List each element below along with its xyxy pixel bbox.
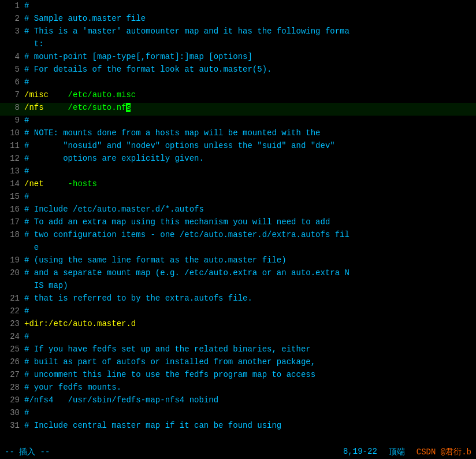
editor-line: 2# Sample auto.master file [0, 14, 476, 27]
line-content: # [24, 408, 474, 417]
editor-line: 21# that is referred to by the extra.aut… [0, 294, 476, 306]
line-content: # (using the same line format as the aut… [24, 256, 474, 265]
editor-line: 11# "nosuid" and "nodev" options unless … [0, 141, 476, 154]
line-number: 27 [2, 370, 20, 379]
editor-line: 17# To add an extra map using this mecha… [0, 217, 476, 230]
line-number: 2 [2, 14, 20, 23]
editor-line: 26# built as part of autofs or installed… [0, 357, 476, 370]
editor-line: 31# Include central master map if it can… [0, 421, 476, 434]
line-content: # Include /etc/auto.master.d/*.autofs [24, 205, 474, 214]
line-content: # your fedfs mounts. [24, 383, 474, 392]
editor-line: 15# [0, 192, 476, 205]
status-bar: -- 插入 -- 8,19-22 顶端 CSDN @君衍.b [0, 445, 476, 459]
line-number: 15 [2, 192, 20, 201]
line-number: 8 [2, 103, 20, 112]
editor-line: 22# [0, 306, 476, 319]
editor-line: 27# uncomment this line to use the fedfs… [0, 370, 476, 383]
line-number: 4 [2, 52, 20, 61]
line-content: # built as part of autofs or installed f… [24, 357, 474, 367]
line-number: 16 [2, 205, 20, 214]
editor-line-continuation: t: [0, 39, 476, 52]
line-number: 3 [2, 27, 20, 36]
line-number: 7 [2, 90, 20, 99]
line-number: 6 [2, 77, 20, 87]
editor-line: 10# NOTE: mounts done from a hosts map w… [0, 128, 476, 141]
line-number: 13 [2, 166, 20, 176]
line-content: # uncomment this line to use the fedfs p… [24, 370, 474, 379]
line-content: +dir:/etc/auto.master.d [24, 319, 474, 328]
line-number: 29 [2, 395, 20, 405]
line-number: 30 [2, 408, 20, 417]
line-number: 5 [2, 65, 20, 74]
editor-line: 24# [0, 332, 476, 345]
line-number: 20 [2, 268, 20, 277]
editor-line: 16# Include /etc/auto.master.d/*.autofs [0, 205, 476, 217]
editor-line: 8/nfs /etc/suto.nfs [0, 103, 476, 116]
editor-line: 23+dir:/etc/auto.master.d [0, 319, 476, 332]
editor-line: 7/misc /etc/auto.misc [0, 90, 476, 103]
editor-line: 29#/nfs4 /usr/sbin/fedfs-map-nfs4 nobind [0, 395, 476, 408]
line-number: 21 [2, 294, 20, 303]
line-number: 12 [2, 154, 20, 163]
line-content: # that is referred to by the extra.autof… [24, 294, 474, 303]
line-number: 10 [2, 128, 20, 138]
line-number: 23 [2, 319, 20, 328]
editor-line: 6# [0, 77, 476, 90]
editor-line-continuation: e [0, 243, 476, 256]
line-number: 24 [2, 332, 20, 341]
line-content: # mount-point [map-type[,format]:]map [o… [24, 52, 474, 61]
line-number: 18 [2, 230, 20, 239]
line-content: # [24, 332, 474, 341]
line-number: 22 [2, 306, 20, 316]
line-content: # Sample auto.master file [24, 14, 474, 23]
line-number: 28 [2, 383, 20, 392]
editor-line: 18# two configuration items - one /etc/a… [0, 230, 476, 243]
line-content: # Include central master map if it can b… [24, 421, 474, 430]
editor-line: 12# options are explicitly given. [0, 154, 476, 166]
line-number: 14 [2, 179, 20, 188]
editor-line: 13# [0, 166, 476, 179]
editor-line: 4# mount-point [map-type[,format]:]map [… [0, 52, 476, 65]
editor-line: 25# If you have fedfs set up and the rel… [0, 345, 476, 357]
editor-area: 1#2# Sample auto.master file3# This is a… [0, 0, 476, 445]
line-content: # options are explicitly given. [24, 154, 474, 163]
line-content: # [24, 1, 474, 10]
line-content: # two configuration items - one /etc/aut… [24, 230, 474, 239]
cursor-position: 8,19-22 [343, 447, 377, 457]
editor-line: 14/net -hosts [0, 179, 476, 192]
line-content: # To add an extra map using this mechani… [24, 217, 474, 227]
line-content: /net -hosts [24, 179, 474, 188]
line-content: # "nosuid" and "nodev" options unless th… [24, 141, 474, 150]
line-content: # [24, 166, 474, 176]
line-content: # If you have fedfs set up and the relat… [24, 345, 474, 354]
line-number: 9 [2, 116, 20, 125]
vim-mode: -- 插入 -- [5, 447, 50, 457]
line-content: # [24, 77, 474, 87]
line-content: # [24, 192, 474, 201]
line-content: # This is a 'master' automounter map and… [24, 27, 474, 36]
line-content-continued: IS map) [24, 281, 474, 290]
line-content: # [24, 116, 474, 125]
editor-line: 30# [0, 408, 476, 421]
brand-label: CSDN @君衍.b [416, 447, 471, 457]
editor-line-continuation: IS map) [0, 281, 476, 294]
line-number: 17 [2, 217, 20, 227]
scroll-position: 顶端 [389, 447, 405, 457]
line-content: /nfs /etc/suto.nfs [24, 103, 474, 112]
line-content: # and a separate mount map (e.g. /etc/au… [24, 268, 474, 277]
editor-line: 9# [0, 116, 476, 128]
line-content: #/nfs4 /usr/sbin/fedfs-map-nfs4 nobind [24, 395, 474, 405]
line-content: # NOTE: mounts done from a hosts map wil… [24, 128, 474, 138]
editor-line: 28# your fedfs mounts. [0, 383, 476, 395]
line-content: # [24, 306, 474, 316]
line-content-continued: t: [24, 39, 474, 49]
editor-line: 20# and a separate mount map (e.g. /etc/… [0, 268, 476, 281]
line-content: # For details of the format look at auto… [24, 65, 474, 74]
line-content: /misc /etc/auto.misc [24, 90, 474, 99]
editor-line: 3# This is a 'master' automounter map an… [0, 27, 476, 39]
line-number: 11 [2, 141, 20, 150]
line-number: 19 [2, 256, 20, 265]
line-number: 31 [2, 421, 20, 430]
editor-line: 19# (using the same line format as the a… [0, 256, 476, 268]
line-content-continued: e [24, 243, 474, 252]
